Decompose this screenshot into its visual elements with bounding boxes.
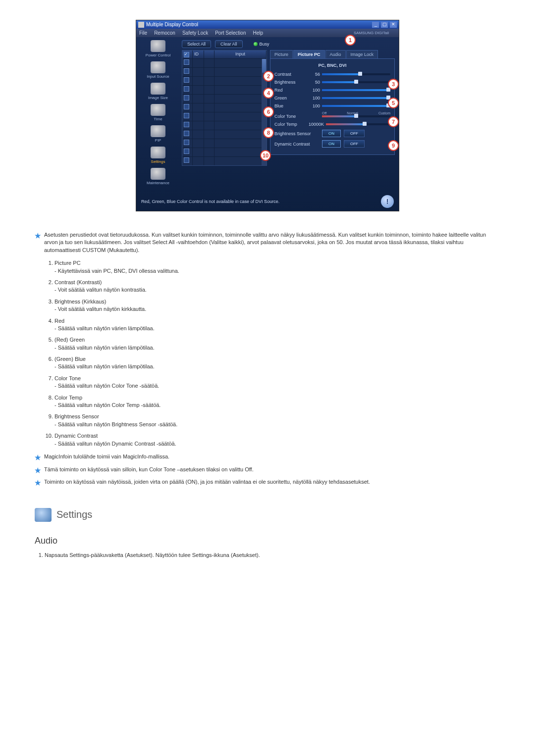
numbered-list: Picture PC- Käytettävissä vain PC, BNC, … <box>35 259 500 448</box>
list-item: Color Temp- Säätää valitun näytön Color … <box>54 394 500 409</box>
close-icon[interactable]: ✕ <box>390 22 397 28</box>
table-row[interactable] <box>182 58 267 67</box>
brightness-sensor-label: Brightness Sensor <box>274 131 322 136</box>
star-note-3: ★ Tämä toiminto on käytössä vain silloin… <box>35 466 500 476</box>
select-all-button[interactable]: Select All <box>182 40 211 48</box>
menu-bar: File Remocon Safety Lock Port Selection … <box>136 29 399 37</box>
callout-9: 9 <box>388 140 399 151</box>
brightness-slider[interactable] <box>322 81 390 83</box>
star-note-4: ★ Toiminto on käytössä vain näytöissä, j… <box>35 478 500 488</box>
sidebar-item-label: Input Source <box>147 74 169 79</box>
menu-remocon[interactable]: Remocon <box>154 30 175 36</box>
tab-image-lock[interactable]: Image Lock <box>346 50 378 58</box>
green-slider[interactable] <box>322 97 390 99</box>
sidebar-item-label: Settings <box>151 159 165 164</box>
tone-custom: Custom <box>378 111 390 115</box>
app-window: Multiple Display Control _ ▢ ✕ File Remo… <box>136 20 399 211</box>
list-item: Red- Säätää valitun näytön värien lämpöt… <box>54 317 500 333</box>
sidebar-item-label: Power Control <box>146 53 171 57</box>
brightness-sensor-on-button[interactable]: ON <box>322 130 341 137</box>
step-item: Napsauta Settings-pääkuvaketta (Asetukse… <box>45 552 500 559</box>
tab-picture[interactable]: Picture <box>270 50 293 58</box>
sidebar: Power Control Input Source Image Size Ti… <box>136 37 180 192</box>
star-icon: ★ <box>35 466 41 476</box>
list-item: Dynamic Contrast- Säätää valitun näytön … <box>54 432 500 448</box>
sidebar-item-label: Maintenance <box>147 181 169 185</box>
red-slider[interactable] <box>322 89 390 91</box>
tab-audio[interactable]: Audio <box>325 50 346 58</box>
menu-port-selection[interactable]: Port Selection <box>215 30 246 36</box>
menu-safety-lock[interactable]: Safety Lock <box>182 30 208 36</box>
brightness-sensor-off-button[interactable]: OFF <box>344 130 365 137</box>
dynamic-contrast-off-button[interactable]: OFF <box>344 140 365 148</box>
green-value: 100 <box>305 96 320 101</box>
blue-slider[interactable] <box>322 105 390 107</box>
dynamic-contrast-on-button[interactable]: ON <box>322 140 341 148</box>
green-label: Green <box>274 96 305 101</box>
dynamic-contrast-row: Dynamic Contrast ON OFF <box>274 140 390 148</box>
table-row[interactable] <box>182 112 267 121</box>
list-item: (Red) Green- Säätää valitun näytön värie… <box>54 336 500 352</box>
contrast-slider[interactable] <box>322 73 390 75</box>
table-row[interactable] <box>182 67 267 76</box>
col-check[interactable]: ✓ <box>182 50 193 58</box>
brightness-label: Brightness <box>274 80 305 85</box>
table-row[interactable] <box>182 85 267 94</box>
sidebar-item-image-size[interactable]: Image Size <box>138 83 178 100</box>
color-tone-slider[interactable] <box>322 115 390 117</box>
menu-help[interactable]: Help <box>253 30 263 36</box>
col-input: Input <box>214 50 267 58</box>
color-temp-slider[interactable] <box>326 123 390 125</box>
table-row[interactable] <box>182 94 267 103</box>
star-note-text: Tämä toiminto on käytössä vain silloin, … <box>44 466 254 476</box>
table-row[interactable] <box>182 139 267 148</box>
table-row[interactable] <box>182 121 267 130</box>
input-icon <box>151 61 165 73</box>
sidebar-item-label: PIP <box>155 138 161 143</box>
table-row[interactable] <box>182 156 267 165</box>
sidebar-item-settings[interactable]: Settings <box>138 147 178 164</box>
brightness-sensor-row: Brightness Sensor ON OFF <box>274 130 390 137</box>
contrast-row: Contrast 56 <box>274 72 390 77</box>
list-item: Brightness (Kirkkaus)- Voit säätää valit… <box>54 298 500 313</box>
app-icon <box>138 22 144 28</box>
window-controls[interactable]: _ ▢ ✕ <box>372 21 397 28</box>
maximize-icon[interactable]: ▢ <box>381 22 388 28</box>
busy-dot-icon <box>254 42 258 46</box>
table-row[interactable] <box>182 130 267 139</box>
sidebar-item-time[interactable]: Time <box>138 104 178 121</box>
callout-2: 2 <box>263 71 274 82</box>
brand-label: SAMSUNG DIGITall <box>354 31 389 35</box>
device-grid[interactable]: ✓ ID Input <box>182 50 267 166</box>
step-list: Napsauta Settings-pääkuvaketta (Asetukse… <box>35 552 500 559</box>
subsection-title: Audio <box>35 536 500 546</box>
settings-panel: Picture Picture PC Audio Image Lock PC, … <box>270 50 395 166</box>
settings-section-icon <box>35 508 52 522</box>
sidebar-item-label: Image Size <box>148 96 168 100</box>
list-item: Color Tone- Säätää valitun näytön Color … <box>54 375 500 390</box>
clear-all-button[interactable]: Clear All <box>215 40 243 48</box>
star-icon: ★ <box>35 453 41 463</box>
star-icon: ★ <box>35 478 41 488</box>
star-note-2: ★ MagicInfoin tulolähde toimii vain Magi… <box>35 453 500 463</box>
table-row[interactable] <box>182 76 267 85</box>
table-row[interactable] <box>182 103 267 112</box>
brightness-value: 50 <box>305 80 320 85</box>
tab-picture-pc[interactable]: Picture PC <box>293 50 325 58</box>
list-item: (Green) Blue- Säätää valitun näytön väri… <box>54 355 500 371</box>
contrast-value: 56 <box>305 72 320 77</box>
callout-10: 10 <box>260 150 271 161</box>
busy-label: Busy <box>260 42 269 47</box>
star-note-text: Toiminto on käytössä vain näytöissä, joi… <box>44 478 370 488</box>
green-row: Green 100 <box>274 96 390 101</box>
sidebar-item-pip[interactable]: PIP <box>138 125 178 143</box>
sidebar-item-input-source[interactable]: Input Source <box>138 61 178 79</box>
minimize-icon[interactable]: _ <box>372 22 379 28</box>
sidebar-item-maintenance[interactable]: Maintenance <box>138 168 178 185</box>
callout-7: 7 <box>388 116 399 127</box>
menu-file[interactable]: File <box>139 30 147 36</box>
section-header: Settings <box>35 508 500 522</box>
sidebar-item-power-control[interactable]: Power Control <box>138 40 178 57</box>
callout-3: 3 <box>388 79 399 90</box>
table-row[interactable] <box>182 148 267 156</box>
